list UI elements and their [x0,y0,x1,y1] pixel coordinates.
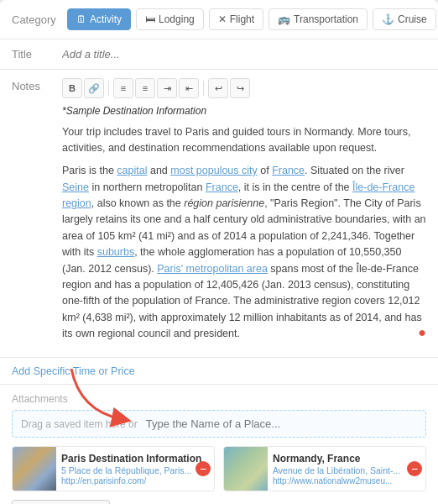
list-ul-button[interactable]: ≡ [113,78,133,98]
paris-subtitle: 5 Place de la République, Paris... [61,465,209,475]
cruise-icon: ⚓ [382,13,394,25]
normandy-subtitle: Avenue de la Libération, Saint-... [273,465,420,475]
add-time-row: Add Specific Time or Price [0,358,438,385]
tab-cruise-label: Cruise [398,13,427,25]
redo-button[interactable]: ↪ [230,78,250,98]
indent-button[interactable]: ⇥ [157,78,177,98]
activity-icon: 🗓 [76,13,86,25]
normandy-thumb-image [224,447,268,491]
drag-label: Drag a saved item here or [21,418,138,430]
place-name-input[interactable] [146,417,417,430]
paris-url: http://en.parisinfo.com/ [61,476,209,486]
title-label: Title [12,48,55,60]
notes-toolbar: B 🔗 ≡ ≡ ⇥ ⇤ ↩ ↪ [62,78,426,98]
tab-activity[interactable]: 🗓 Activity [67,8,131,30]
tab-lodging-label: Lodging [159,13,195,25]
notes-section: Notes B 🔗 ≡ ≡ ⇥ ⇤ ↩ ↪ *Sample Destinatio… [0,70,438,358]
normandy-attachment-info: Normandy, France Avenue de la Libération… [268,449,425,489]
populous-link[interactable]: most populous city [170,165,258,176]
suburbs-link[interactable]: suburbs [97,246,134,258]
flight-icon: ✕ [218,13,227,25]
toolbar-sep-2 [203,81,204,96]
paris-title: Paris Destination Information [61,453,209,465]
normandy-remove-button[interactable]: − [407,461,422,476]
add-time-link[interactable]: Add Specific Time or Price [12,365,135,377]
drag-drop-area[interactable]: Drag a saved item here or [12,410,426,438]
bold-button[interactable]: B [62,78,82,98]
title-input[interactable] [62,48,426,60]
attachments-label: Attachments [12,393,426,405]
dedent-button[interactable]: ⇤ [179,78,199,98]
france-link[interactable]: France [272,165,305,176]
notes-para-2: Paris is the capital and most populous c… [62,163,426,342]
capital-link[interactable]: capital [117,165,147,176]
paris-attachment-info: Paris Destination Information 5 Place de… [56,449,214,489]
normandy-thumbnail [224,447,268,491]
title-row: Title [0,39,438,70]
transportation-icon: 🚌 [278,13,290,25]
seine-link[interactable]: Seine [62,181,89,193]
event-editor-card: Category 🗓 Activity 🛏 Lodging ✕ Flight 🚌… [0,0,438,504]
attachment-card-paris: Paris Destination Information 5 Place de… [12,446,215,491]
list-ol-button[interactable]: ≡ [135,78,155,98]
lodging-icon: 🛏 [145,13,155,25]
paris-thumbnail [13,447,56,491]
notes-content[interactable]: *Sample Destination Information Your tri… [62,103,426,342]
normandy-title: Normandy, France [273,453,420,465]
paris-thumb-image [13,447,56,491]
normandy-url: http://www.nationalww2museu... [273,476,420,486]
notes-sample-label: *Sample Destination Information [62,103,426,119]
paris-remove-button[interactable]: − [196,461,211,476]
attachment-cards: Paris Destination Information 5 Place de… [12,446,426,491]
tab-lodging[interactable]: 🛏 Lodging [136,8,204,30]
toolbar-sep-1 [108,81,109,96]
tab-flight-label: Flight [230,13,254,25]
notes-para-1: Your trip includes travel to Paris and g… [62,124,426,157]
category-label: Category [12,13,55,26]
tab-activity-label: Activity [90,13,122,25]
red-dot-indicator: ● [418,323,426,344]
france-link2[interactable]: France [206,181,238,193]
notes-label: Notes [12,78,55,349]
category-row: Category 🗓 Activity 🛏 Lodging ✕ Flight 🚌… [0,0,438,39]
attachment-card-normandy: Normandy, France Avenue de la Libération… [223,446,426,491]
undo-button[interactable]: ↩ [208,78,228,98]
tab-flight[interactable]: ✕ Flight [209,8,263,30]
tab-cruise[interactable]: ⚓ Cruise [373,8,436,30]
attachments-section: Attachments Drag a saved item here or [0,385,438,504]
notes-editor: B 🔗 ≡ ≡ ⇥ ⇤ ↩ ↪ *Sample Destination Info… [62,78,426,349]
paris-metro-link[interactable]: Paris' metropolitan area [157,263,268,275]
tab-transportation-label: Transportation [294,13,358,25]
tab-transportation[interactable]: 🚌 Transportation [269,8,368,30]
upload-file-button[interactable]: 📎 Upload a File [12,500,110,504]
link-button[interactable]: 🔗 [84,78,104,98]
